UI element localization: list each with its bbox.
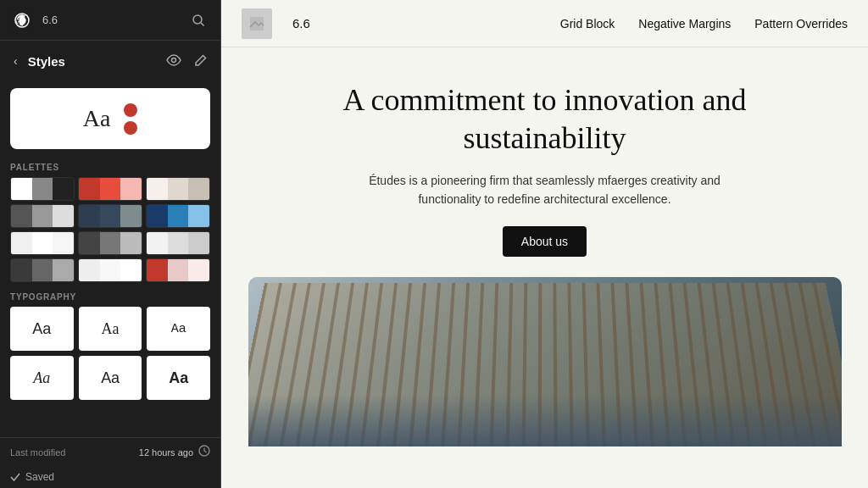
palette-5[interactable] [78, 204, 142, 228]
swatch [168, 232, 189, 254]
about-us-button[interactable]: About us [503, 226, 587, 257]
hero-subtitle: Études is a pioneering firm that seamles… [367, 171, 723, 209]
svg-point-1 [193, 15, 202, 24]
typography-grid: Aa Aa Aa Aa Aa Aa [10, 307, 210, 400]
swatch [168, 259, 189, 281]
typography-label: TYPOGRAPHY [10, 292, 210, 302]
swatch [168, 178, 189, 200]
preview-topbar: 6.6 Grid Block Negative Margins Pattern … [221, 0, 868, 47]
site-logo [242, 8, 272, 39]
swatch [53, 178, 74, 200]
sidebar-topbar: 6.6 [0, 0, 220, 41]
building-image [248, 277, 842, 446]
swatch [188, 259, 209, 281]
version-label: 6.6 [42, 14, 178, 26]
swatch [53, 232, 74, 254]
edit-styles-button[interactable] [192, 51, 210, 72]
sidebar: 6.6 ‹ Styles Aa [0, 0, 220, 488]
site-navigation: Grid Block Negative Margins Pattern Over… [560, 17, 848, 30]
styles-panel-title: Styles [28, 54, 156, 69]
swatch [11, 178, 32, 200]
last-modified-time: 12 hours ago [139, 447, 193, 458]
swatch [120, 205, 142, 227]
type-label-1: Aa [32, 320, 51, 338]
nav-negative-margins[interactable]: Negative Margins [638, 17, 731, 30]
wordpress-icon[interactable] [10, 8, 34, 32]
swatch [11, 259, 32, 281]
palette-3[interactable] [146, 177, 210, 201]
hero-title: A commitment to innovation and sustainab… [316, 81, 774, 158]
swatch [120, 178, 142, 200]
swatch [32, 205, 53, 227]
swatch [147, 178, 168, 200]
dot-1 [124, 103, 137, 117]
type-label-3: Aa [171, 322, 186, 336]
swatch [32, 178, 53, 200]
swatch [32, 259, 53, 281]
typography-option-6[interactable]: Aa [147, 356, 210, 400]
saved-label: Saved [25, 471, 54, 483]
swatch [100, 178, 121, 200]
sidebar-footer: Last modified 12 hours ago [0, 437, 220, 466]
palettes-section: PALETTES [0, 159, 220, 289]
typography-option-1[interactable]: Aa [10, 307, 74, 351]
swatch [188, 232, 209, 254]
swatch [79, 232, 100, 254]
palette-7[interactable] [10, 231, 75, 255]
palette-2[interactable] [78, 177, 142, 201]
type-label-6: Aa [169, 369, 188, 387]
swatch [53, 259, 74, 281]
swatch [79, 178, 100, 200]
type-label-2: Aa [101, 320, 119, 338]
swatch [11, 205, 32, 227]
style-preview-text: Aa [83, 105, 111, 132]
nav-pattern-overrides[interactable]: Pattern Overrides [754, 17, 848, 30]
history-icon[interactable] [198, 445, 210, 459]
palette-8[interactable] [78, 231, 142, 255]
swatch [100, 205, 121, 227]
type-label-5: Aa [101, 369, 119, 387]
typography-option-2[interactable]: Aa [79, 307, 142, 351]
preview-area: 6.6 Grid Block Negative Margins Pattern … [220, 0, 868, 488]
swatch [120, 232, 142, 254]
palettes-grid [10, 177, 210, 282]
swatch [53, 205, 74, 227]
search-button[interactable] [186, 8, 210, 32]
typography-option-5[interactable]: Aa [79, 356, 142, 400]
swatch [100, 259, 121, 281]
typography-option-4[interactable]: Aa [10, 356, 74, 400]
swatch [147, 259, 168, 281]
swatch [147, 232, 168, 254]
palette-12[interactable] [146, 258, 210, 282]
swatch [79, 259, 100, 281]
style-preview-dots [124, 103, 137, 135]
nav-grid-block[interactable]: Grid Block [560, 17, 615, 30]
swatch [120, 259, 142, 281]
palette-1[interactable] [10, 177, 75, 201]
site-version-label: 6.6 [292, 16, 310, 30]
swatch [79, 205, 100, 227]
preview-toggle-button[interactable] [163, 51, 185, 72]
swatch [188, 205, 209, 227]
swatch [147, 205, 168, 227]
style-preview-card[interactable]: Aa [10, 88, 210, 149]
palette-6[interactable] [146, 204, 210, 228]
type-label-4: Aa [33, 369, 50, 387]
swatch [188, 178, 209, 200]
svg-line-2 [201, 23, 204, 26]
back-button[interactable]: ‹ [10, 51, 21, 71]
last-modified-label: Last modified [10, 447, 134, 458]
saved-bar: Saved [0, 466, 220, 488]
swatch [11, 232, 32, 254]
palette-11[interactable] [78, 258, 142, 282]
styles-header: ‹ Styles [0, 41, 220, 81]
palette-10[interactable] [10, 258, 75, 282]
palette-4[interactable] [10, 204, 75, 228]
swatch [168, 205, 189, 227]
typography-option-3[interactable]: Aa [147, 307, 210, 351]
swatch [100, 232, 121, 254]
svg-point-3 [172, 58, 176, 62]
palettes-label: PALETTES [10, 163, 210, 172]
palette-9[interactable] [146, 231, 210, 255]
checkmark-icon [10, 472, 20, 482]
